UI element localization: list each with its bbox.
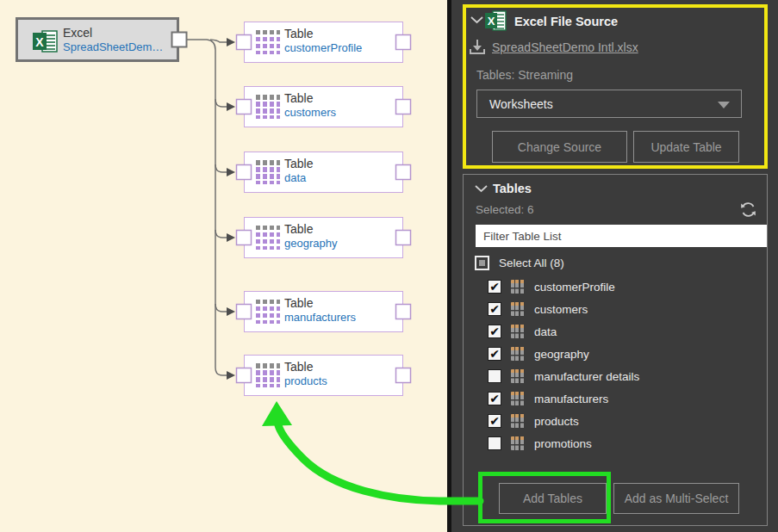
excel-source-node[interactable]: X Excel SpreadSheetDem… <box>16 17 179 62</box>
table-node-customerprofile[interactable]: Table customerProfile <box>244 22 403 63</box>
table-grid-icon <box>256 300 280 324</box>
table-row-manufacturers[interactable]: manufacturers <box>488 391 608 406</box>
table-row-products[interactable]: products <box>488 413 579 429</box>
source-file-link[interactable]: SpreadSheetDemo Intl.xlsx <box>492 40 638 54</box>
table-row-label: data <box>534 325 557 338</box>
table-row-label: manufacturer details <box>534 370 639 383</box>
table-row-label: geography <box>534 348 589 361</box>
node-type-label: Table <box>284 296 313 310</box>
table-row-geography[interactable]: geography <box>488 346 589 362</box>
row-checkbox[interactable] <box>488 347 501 361</box>
row-checkbox[interactable] <box>488 392 501 405</box>
tables-section-title: Tables <box>493 182 532 195</box>
table-row-data[interactable]: data <box>488 324 557 339</box>
table-grid-icon <box>256 363 280 387</box>
row-checkbox[interactable] <box>488 414 501 428</box>
node-name-label: SpreadSheetDem… <box>63 40 163 53</box>
chevron-down-icon[interactable] <box>470 15 483 24</box>
table-node-data[interactable]: Table data <box>244 152 403 193</box>
table-row-customers[interactable]: customers <box>488 301 588 317</box>
excel-icon: X <box>485 10 507 31</box>
row-checkbox[interactable] <box>488 369 501 383</box>
select-all-label: Select All (8) <box>499 257 564 269</box>
table-node-geography[interactable]: Table geography <box>244 217 403 258</box>
excel-icon: X <box>33 29 59 53</box>
dataflow-designer-window: X Excel SpreadSheetDem… Table customerPr… <box>0 0 778 532</box>
table-row-promotions[interactable]: promotions <box>488 436 592 451</box>
table-node-manufacturers[interactable]: Table manufacturers <box>244 291 403 332</box>
table-icon <box>511 369 525 383</box>
node-name-label: geography <box>284 237 337 250</box>
refresh-icon[interactable] <box>738 200 758 220</box>
table-icon <box>511 325 525 338</box>
row-checkbox[interactable] <box>488 436 501 450</box>
node-type-label: Excel <box>63 26 92 40</box>
dropdown-value: Worksheets <box>489 97 553 111</box>
dataflow-canvas[interactable]: X Excel SpreadSheetDem… Table customerPr… <box>0 0 447 532</box>
table-row-customerprofile[interactable]: customerProfile <box>488 279 615 294</box>
node-name-label: manufacturers <box>284 311 356 324</box>
node-type-label: Table <box>284 360 313 374</box>
node-type-label: Table <box>284 91 313 105</box>
row-checkbox[interactable] <box>488 280 501 294</box>
select-all-row[interactable]: Select All (8) <box>475 255 564 270</box>
source-section-title: Excel File Source <box>514 15 618 28</box>
dropdown-arrow-icon <box>718 102 730 108</box>
table-grid-icon <box>256 30 280 54</box>
worksheets-dropdown[interactable]: Worksheets <box>476 90 742 118</box>
row-checkbox[interactable] <box>488 302 501 316</box>
table-icon <box>511 436 525 450</box>
svg-text:X: X <box>35 35 44 49</box>
table-icon <box>511 302 525 316</box>
table-grid-icon <box>256 160 280 184</box>
tables-mode-label: Tables: Streaming <box>476 68 573 82</box>
table-grid-icon <box>256 226 280 250</box>
table-icon <box>511 280 525 294</box>
table-icon <box>511 347 525 361</box>
filter-table-input[interactable] <box>476 225 767 247</box>
selected-count-label: Selected: 6 <box>476 203 534 216</box>
table-icon <box>511 392 525 405</box>
download-icon[interactable] <box>468 38 487 55</box>
node-name-label: customerProfile <box>284 41 362 54</box>
add-multi-select-button[interactable]: Add as Multi-Select <box>613 483 739 514</box>
table-icon <box>511 414 525 428</box>
add-tables-button[interactable]: Add Tables <box>499 483 607 514</box>
node-name-label: products <box>284 374 327 387</box>
update-table-button[interactable]: Update Table <box>633 131 739 163</box>
table-grid-icon <box>256 95 280 119</box>
row-checkbox[interactable] <box>488 325 501 338</box>
svg-text:X: X <box>488 15 495 28</box>
table-row-manufacturer-details[interactable]: manufacturer details <box>488 368 639 384</box>
change-source-button[interactable]: Change Source <box>492 131 627 163</box>
node-type-label: Table <box>284 27 313 40</box>
chevron-down-icon[interactable] <box>475 184 488 193</box>
node-type-label: Table <box>284 157 313 170</box>
table-row-label: customerProfile <box>534 281 615 294</box>
select-all-checkbox[interactable] <box>475 256 489 270</box>
node-name-label: customers <box>284 106 336 119</box>
table-row-label: products <box>534 415 579 428</box>
table-node-products[interactable]: Table products <box>244 355 403 396</box>
table-row-label: manufacturers <box>534 393 608 405</box>
table-row-label: customers <box>534 303 588 316</box>
table-node-customers[interactable]: Table customers <box>244 86 403 127</box>
table-row-label: promotions <box>534 437 592 450</box>
node-name-label: data <box>284 171 306 184</box>
node-type-label: Table <box>284 222 313 236</box>
